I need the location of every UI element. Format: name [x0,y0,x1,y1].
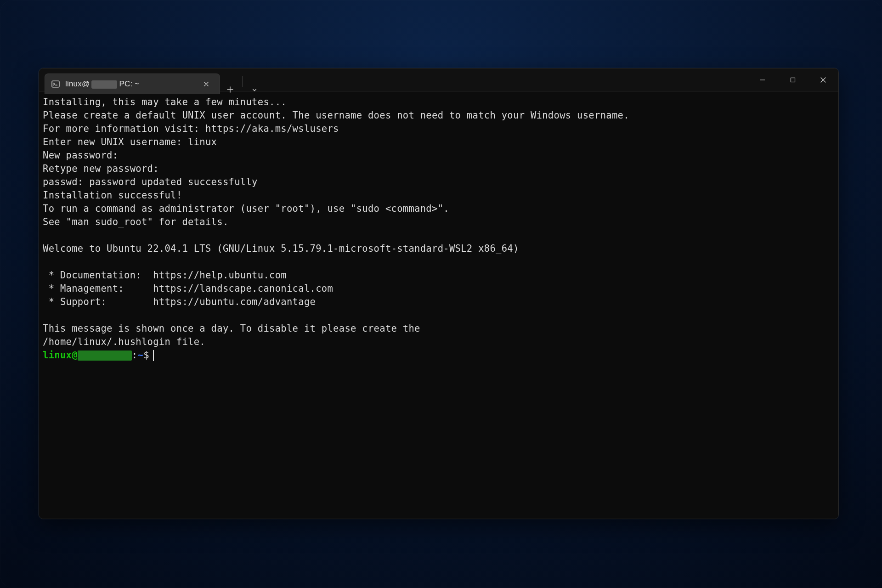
terminal-line [43,309,835,322]
terminal-line: Enter new UNIX username: linux [43,136,835,149]
terminal-line: * Documentation: https://help.ubuntu.com [43,269,835,282]
terminal-line: Retype new password: [43,162,835,175]
terminal-line: /home/linux/.hushlogin file. [43,335,835,349]
prompt-host-redacted [78,351,132,361]
prompt-symbol: $ [143,349,149,362]
tab-title: linux@PC: ~ [65,79,195,89]
svg-rect-0 [52,81,59,87]
terminal-line: This message is shown once a day. To dis… [43,322,835,335]
prompt-line: linux@:~$ [43,349,835,362]
tab-title-suffix: PC: ~ [119,79,139,89]
tab-active[interactable]: linux@PC: ~ [45,74,220,94]
prompt-sep: : [132,349,138,362]
terminal-line: * Management: https://landscape.canonica… [43,282,835,295]
new-tab-button[interactable] [220,86,240,93]
tab-separator [242,76,243,87]
terminal-line: * Support: https://ubuntu.com/advantage [43,295,835,309]
terminal-line: For more information visit: https://aka.… [43,122,835,136]
terminal-line: Installing, this may take a few minutes.… [43,96,835,109]
prompt-path: ~ [138,349,144,362]
minimize-button[interactable] [747,68,778,91]
window-controls [747,68,838,91]
terminal-line: New password: [43,149,835,162]
terminal-line [43,255,835,269]
titlebar[interactable]: linux@PC: ~ [39,68,838,92]
cursor [153,350,154,361]
titlebar-drag-region[interactable] [265,68,747,91]
terminal-line: Please create a default UNIX user accoun… [43,109,835,122]
tab-dropdown-button[interactable] [244,87,265,93]
maximize-button[interactable] [778,68,808,91]
terminal-icon [51,80,60,88]
terminal-line [43,229,835,242]
tab-strip: linux@PC: ~ [39,68,265,91]
svg-rect-1 [791,78,795,82]
terminal-window: linux@PC: ~ [39,68,839,519]
tab-title-prefix: linux@ [65,79,90,89]
tab-title-redacted [91,80,117,89]
terminal-body[interactable]: Installing, this may take a few minutes.… [39,92,838,519]
close-button[interactable] [808,68,838,91]
terminal-line: passwd: password updated successfully [43,175,835,189]
terminal-line: See "man sudo_root" for details. [43,215,835,229]
prompt-user: linux@ [43,349,78,362]
terminal-line: Welcome to Ubuntu 22.04.1 LTS (GNU/Linux… [43,242,835,255]
terminal-line: Installation successful! [43,189,835,202]
tab-close-button[interactable] [200,78,212,90]
terminal-line: To run a command as administrator (user … [43,202,835,215]
